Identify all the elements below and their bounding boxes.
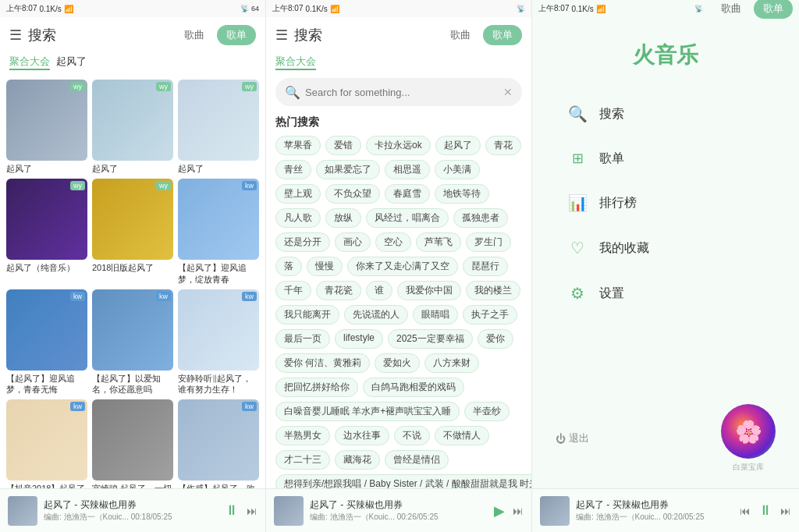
hot-tag-item[interactable]: 白噪音婴儿睡眠 羊水声+褪声哄宝宝入睡 — [275, 402, 460, 421]
grid-item-11[interactable]: kw 【伤感】起风了，吹散了我对你的爱煞 — [178, 399, 259, 488]
prev-button-3[interactable]: ⏮ — [740, 505, 751, 517]
grid-item-3[interactable]: wy 起风了（纯音乐） — [6, 179, 87, 285]
menu-item-favorites[interactable]: ♡ 我的收藏 — [556, 228, 776, 268]
hot-tag-item[interactable]: 白鸽马跑相爱的戏码 — [363, 378, 464, 397]
clear-icon-2[interactable]: ✕ — [503, 86, 513, 98]
menu-item-search[interactable]: 🔍 搜索 — [556, 94, 776, 134]
grid-item-10[interactable]: 宫崎骏·起风了，一切还是那么的宁静 — [92, 399, 173, 488]
menu-item-chart[interactable]: 📊 排行榜 — [556, 183, 776, 223]
play-pause-button-2[interactable]: ▶ — [494, 502, 505, 520]
hot-tag-item[interactable]: 半熟男女 — [275, 426, 330, 445]
hot-tag-item[interactable]: 最后一页 — [275, 329, 330, 349]
hot-tag-item[interactable]: 青丝 — [275, 160, 311, 179]
hot-tag-item[interactable]: 风经过，唱离合 — [366, 208, 449, 228]
tab-playlist-1[interactable]: 歌单 — [217, 25, 256, 45]
hot-tag-item[interactable]: 春庭雪 — [385, 184, 430, 204]
play-pause-button-1[interactable]: ⏸ — [225, 502, 239, 519]
hot-tag-item[interactable]: lifestyle — [335, 329, 383, 349]
hot-tag-item[interactable]: 想得到亲/想跟我唱 / Baby Sister / 武装 / 酸酸甜甜就是我 时… — [275, 474, 531, 488]
grid-item-5[interactable]: kw 【起风了】迎风追梦，绽放青春 — [178, 179, 259, 285]
hot-tag-item[interactable]: 边水往事 — [335, 426, 389, 445]
hot-tag-item[interactable]: 我爱你中国 — [397, 281, 461, 300]
grid-item-0[interactable]: wy 起风了 — [6, 80, 87, 174]
hot-tag-item[interactable]: 琵琶行 — [463, 257, 508, 276]
hot-tag-item[interactable]: 小美满 — [435, 160, 480, 179]
hot-tag-item[interactable]: 我的楼兰 — [466, 281, 520, 300]
hot-tag-item[interactable]: 不说 — [394, 426, 430, 445]
grid-item-8[interactable]: kw 安静聆听∥起风了，谁有努力生存！ — [178, 289, 259, 395]
hot-tag-item[interactable]: 青花 — [485, 136, 521, 155]
grid-item-2[interactable]: wy 起风了 — [178, 80, 259, 174]
hot-tag-item[interactable]: 凡人歌 — [275, 208, 321, 228]
hot-tag-item[interactable]: 爱你 — [478, 329, 513, 349]
hot-tag-item[interactable]: 执子之手 — [463, 305, 517, 325]
hot-tag-item[interactable]: 先说谎的人 — [344, 305, 408, 325]
grid-container-1[interactable]: wy 起风了 wy 起风了 wy 起风了 wy 起风 — [0, 75, 265, 488]
next-button-2[interactable]: ⏭ — [513, 505, 524, 517]
thumb-10 — [92, 399, 173, 481]
player-time-1: 00:18/05:25 — [131, 512, 172, 521]
hot-tag-item[interactable]: 半壶纱 — [464, 402, 510, 421]
hot-tag-item[interactable]: 曾经是情侣 — [385, 450, 449, 470]
hot-tag-item[interactable]: 落 — [275, 257, 302, 276]
next-button-1[interactable]: ⏭ — [247, 505, 257, 517]
grid-item-9[interactable]: kw 【抖音2018】起风了ヤキモチ专题 — [6, 399, 87, 488]
hot-tag-item[interactable]: 相思遥 — [385, 160, 430, 179]
hot-tag-item[interactable]: 芦苇飞 — [416, 232, 461, 252]
play-pause-button-3[interactable]: ⏸ — [758, 502, 772, 519]
tab-playlist-3[interactable]: 歌单 — [754, 0, 793, 19]
tab-song-3[interactable]: 歌曲 — [712, 0, 751, 19]
search-input-2[interactable] — [305, 87, 499, 98]
hot-tag-item[interactable]: 壁上观 — [275, 184, 321, 204]
hot-tag-item[interactable]: 不负众望 — [325, 184, 380, 204]
hot-tag-item[interactable]: 眼睛唱 — [413, 305, 458, 325]
hamburger-icon-2[interactable]: ☰ — [275, 27, 288, 44]
grid-item-1[interactable]: wy 起风了 — [92, 80, 173, 174]
tab-song-1[interactable]: 歌曲 — [175, 25, 214, 45]
tab-playlist-2[interactable]: 歌单 — [483, 25, 522, 45]
search-tag-juhui-2[interactable]: 聚合大会 — [275, 55, 316, 70]
hot-tag-item[interactable]: 我只能离开 — [275, 305, 339, 325]
hot-tag-item[interactable]: 卡拉永远ok — [366, 136, 431, 155]
hot-tag-item[interactable]: 放纵 — [325, 208, 361, 228]
menu-item-playlist[interactable]: ⊞ 歌单 — [556, 139, 776, 178]
power-icon: ⏻ — [556, 433, 566, 445]
grid-item-7[interactable]: kw 【起风了】以爱知名，你还愿意吗 — [92, 289, 173, 395]
hot-tag-item[interactable]: 起风了 — [435, 136, 481, 155]
hot-tag-item[interactable]: 地铁等待 — [435, 184, 489, 204]
hot-tag-item[interactable]: 画心 — [335, 232, 371, 252]
hot-tag-item[interactable]: 如果爱忘了 — [316, 160, 380, 179]
hot-tag-item[interactable]: 爱你 何洁、黄雅莉 — [275, 353, 370, 373]
hot-tag-item[interactable]: 谁 — [366, 281, 392, 300]
hot-tag-item[interactable]: 千年 — [275, 281, 311, 300]
hot-tag-item[interactable]: 不做情人 — [435, 426, 489, 445]
hot-tag-item[interactable]: 藏海花 — [335, 450, 380, 470]
hot-tag-item[interactable]: 青花瓷 — [316, 281, 361, 300]
tab-song-2[interactable]: 歌曲 — [441, 25, 480, 45]
search-tag-qifengle[interactable]: 起风了 — [56, 55, 87, 70]
search-bar-2[interactable]: 🔍 ✕ — [275, 78, 522, 106]
hot-tag-item[interactable]: 空心 — [375, 232, 411, 252]
hot-tag-item[interactable]: 把回忆拼好给你 — [275, 378, 358, 397]
search-tag-juhui[interactable]: 聚合大会 — [9, 55, 50, 70]
hot-tag-item[interactable]: 慢慢 — [307, 257, 343, 276]
hot-tag-item[interactable]: 2025一定要幸福 — [388, 329, 473, 349]
hot-tag-item[interactable]: 爱如火 — [375, 353, 420, 373]
next-button-3[interactable]: ⏭ — [780, 505, 791, 517]
badge-1: wy — [156, 82, 171, 91]
menu-footer: ⏻ 退出 🌸 白菜宝库 — [532, 388, 799, 488]
grid-item-4[interactable]: wy 2018旧版起风了 — [92, 179, 173, 285]
power-button[interactable]: ⏻ 退出 — [556, 431, 589, 445]
menu-item-settings[interactable]: ⚙ 设置 — [556, 273, 776, 314]
hot-tag-item[interactable]: 爱错 — [325, 136, 361, 155]
hot-tag-item[interactable]: 你来了又走心满了又空 — [347, 257, 458, 276]
hot-tag-item[interactable]: 才二十三 — [275, 450, 330, 470]
grid-item-6[interactable]: kw 【起风了】迎风追梦，青春无悔 — [6, 289, 87, 395]
status-bar-1: 上午8:07 0.1K/s 📶 📡 64 — [0, 0, 265, 17]
hot-tag-item[interactable]: 八方来财 — [424, 353, 479, 373]
hot-tag-item[interactable]: 罗生门 — [466, 232, 511, 252]
hot-tag-item[interactable]: 苹果香 — [275, 136, 321, 155]
hamburger-icon-1[interactable]: ☰ — [9, 27, 22, 44]
hot-tag-item[interactable]: 还是分开 — [275, 232, 330, 252]
hot-tag-item[interactable]: 孤独患者 — [453, 208, 508, 228]
